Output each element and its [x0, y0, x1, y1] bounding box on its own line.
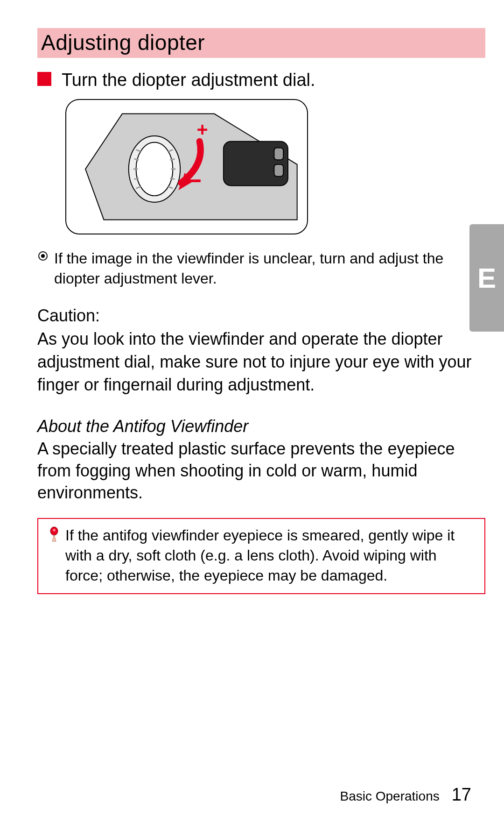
caution-body: As you look into the viewfinder and oper… [37, 329, 471, 394]
manual-page: Adjusting diopter Turn the diopter adjus… [0, 0, 504, 830]
svg-line-9 [134, 178, 139, 179]
svg-rect-3 [274, 164, 283, 177]
red-square-bullet-icon [37, 72, 51, 86]
circle-bullet-icon [38, 251, 48, 261]
diopter-diagram-svg: + – [66, 100, 307, 234]
caution-label: Caution: [37, 305, 485, 327]
instruction-row: Turn the diopter adjustment dial. [37, 69, 485, 92]
svg-line-12 [170, 159, 175, 160]
antifog-body: A specially treated plastic surface prev… [37, 438, 485, 504]
svg-line-14 [170, 178, 175, 179]
diagram-container: + – [37, 99, 485, 234]
svg-point-18 [53, 529, 56, 532]
section-edge-tab: E [469, 224, 504, 332]
diopter-diagram: + – [65, 99, 308, 234]
page-footer: Basic Operations 17 [340, 785, 472, 805]
note-box: If the antifog viewfinder eyepiece is sm… [37, 518, 485, 595]
antifog-heading: About the Antifog Viewfinder [37, 417, 485, 436]
minus-label: – [187, 164, 202, 194]
svg-line-7 [134, 159, 139, 160]
tip-text: If the image in the viewfinder is unclea… [54, 248, 485, 289]
tip-row: If the image in the viewfinder is unclea… [37, 248, 485, 289]
pushpin-icon [48, 526, 61, 543]
footer-page-number: 17 [452, 785, 471, 805]
svg-point-5 [136, 142, 173, 195]
svg-rect-2 [274, 148, 283, 160]
plus-label: + [196, 118, 208, 140]
section-title: Adjusting diopter [37, 28, 485, 58]
note-text: If the antifog viewfinder eyepiece is sm… [65, 525, 475, 586]
footer-section-name: Basic Operations [340, 789, 440, 804]
caution-block: Caution: As you look into the viewfinder… [37, 305, 485, 396]
instruction-text: Turn the diopter adjustment dial. [62, 69, 315, 92]
